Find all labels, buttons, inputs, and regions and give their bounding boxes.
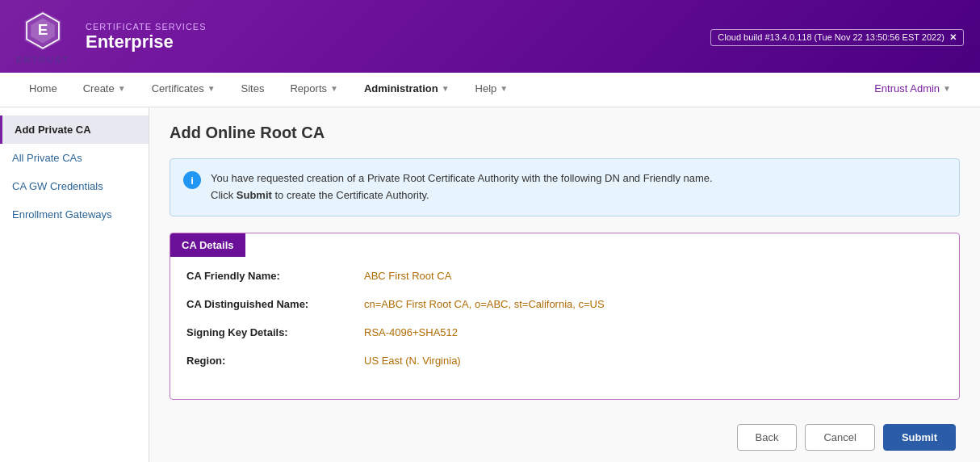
- ca-friendly-name-value: ABC First Root CA: [364, 270, 451, 282]
- nav-home[interactable]: Home: [16, 73, 70, 107]
- ca-friendly-name-row: CA Friendly Name: ABC First Root CA: [186, 270, 943, 282]
- submit-button[interactable]: Submit: [883, 424, 956, 451]
- info-message-text: You have requested creation of a Private…: [211, 170, 713, 204]
- entrust-logo-icon: E: [22, 10, 64, 52]
- nav-entrust-admin-caret: ▼: [943, 84, 951, 93]
- region-value: US East (N. Virginia): [364, 355, 461, 367]
- signing-key-row: Signing Key Details: RSA-4096+SHA512: [186, 326, 943, 338]
- ca-details-panel: CA Details CA Friendly Name: ABC First R…: [170, 233, 960, 400]
- page-title: Add Online Root CA: [170, 124, 960, 142]
- region-label: Region:: [186, 355, 364, 367]
- main-layout: Add Private CA All Private CAs CA GW Cre…: [0, 107, 980, 462]
- back-button[interactable]: Back: [737, 424, 798, 451]
- nav-administration-caret: ▼: [442, 84, 450, 93]
- brand-label: ENTRUST: [16, 55, 69, 65]
- app-header: E ENTRUST CERTIFICATE SERVICES Enterpris…: [0, 0, 980, 73]
- main-navbar: Home Create ▼ Certificates ▼ Sites Repor…: [0, 73, 980, 107]
- info-message-box: i You have requested creation of a Priva…: [170, 158, 960, 216]
- sidebar: Add Private CA All Private CAs CA GW Cre…: [0, 107, 149, 462]
- sidebar-item-ca-gw-credentials[interactable]: CA GW Credentials: [0, 172, 149, 200]
- app-name-label: Enterprise: [86, 32, 694, 52]
- header-title-area: CERTIFICATE SERVICES Enterprise: [86, 22, 694, 52]
- sidebar-item-enrollment-gateways[interactable]: Enrollment Gateways: [0, 200, 149, 229]
- svg-text:E: E: [38, 21, 48, 38]
- signing-key-label: Signing Key Details:: [186, 326, 364, 338]
- nav-help[interactable]: Help ▼: [463, 73, 521, 107]
- build-info-text: Cloud build #13.4.0.118 (Tue Nov 22 13:5…: [718, 32, 944, 42]
- nav-reports-caret: ▼: [330, 84, 338, 93]
- ca-distinguished-name-row: CA Distinguished Name: cn=ABC First Root…: [186, 298, 943, 310]
- nav-create-caret: ▼: [118, 84, 126, 93]
- nav-administration[interactable]: Administration ▼: [351, 73, 463, 107]
- build-info-banner: Cloud build #13.4.0.118 (Tue Nov 22 13:5…: [710, 29, 964, 46]
- signing-key-value: RSA-4096+SHA512: [364, 326, 458, 338]
- ca-details-header-label: CA Details: [170, 233, 245, 257]
- nav-create[interactable]: Create ▼: [70, 73, 139, 107]
- cancel-button[interactable]: Cancel: [805, 424, 874, 451]
- info-icon: i: [183, 171, 201, 189]
- nav-certificates[interactable]: Certificates ▼: [139, 73, 228, 107]
- sidebar-item-all-private-cas[interactable]: All Private CAs: [0, 144, 149, 172]
- region-row: Region: US East (N. Virginia): [186, 355, 943, 367]
- ca-fields-container: CA Friendly Name: ABC First Root CA CA D…: [170, 257, 959, 367]
- ca-distinguished-name-value: cn=ABC First Root CA, o=ABC, st=Californ…: [364, 298, 605, 310]
- nav-certificates-caret: ▼: [207, 84, 216, 93]
- submit-emphasis: Submit: [237, 189, 272, 201]
- ca-distinguished-name-label: CA Distinguished Name:: [186, 298, 364, 310]
- main-content: Add Online Root CA i You have requested …: [149, 107, 980, 462]
- logo-area: E ENTRUST: [16, 10, 69, 65]
- action-buttons-row: Back Cancel Submit: [170, 424, 960, 451]
- service-label: CERTIFICATE SERVICES: [86, 22, 694, 32]
- nav-reports[interactable]: Reports ▼: [277, 73, 350, 107]
- sidebar-item-add-private-ca[interactable]: Add Private CA: [0, 116, 149, 144]
- nav-entrust-admin[interactable]: Entrust Admin ▼: [861, 73, 964, 107]
- nav-help-caret: ▼: [500, 84, 508, 93]
- nav-sites[interactable]: Sites: [228, 73, 278, 107]
- build-info-close[interactable]: ✕: [949, 32, 957, 43]
- ca-friendly-name-label: CA Friendly Name:: [186, 270, 364, 282]
